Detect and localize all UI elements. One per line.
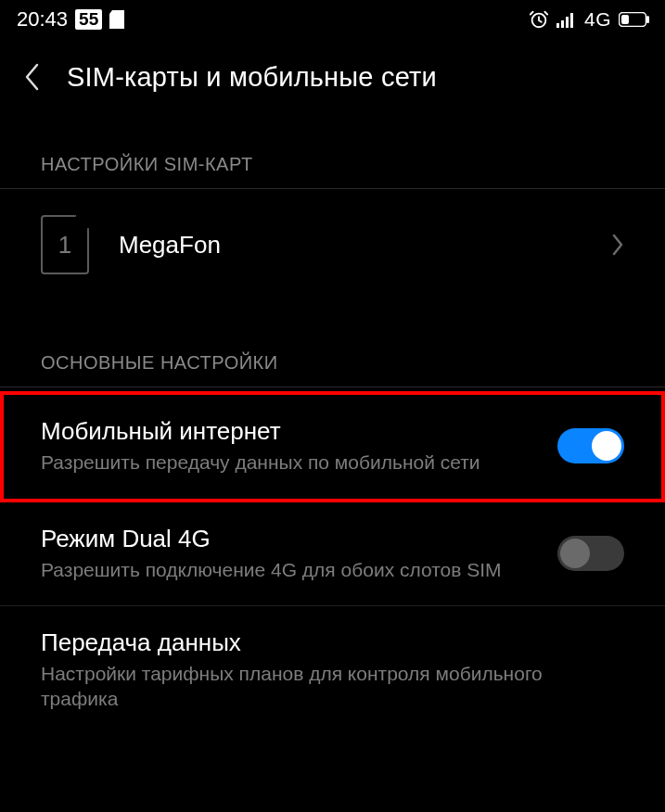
page-title: SIM-карты и мобильные сети bbox=[67, 62, 437, 93]
toggle-knob bbox=[560, 539, 590, 568]
alarm-icon bbox=[529, 9, 549, 30]
setting-data-usage[interactable]: Передача данных Настройки тарифных плано… bbox=[0, 606, 665, 734]
sim-carrier-label: MegaFon bbox=[119, 231, 582, 260]
setting-text: Передача данных Настройки тарифных плано… bbox=[41, 628, 624, 712]
page-header: SIM-карты и мобильные сети bbox=[0, 35, 665, 113]
setting-text: Режим Dual 4G Разрешить подключение 4G д… bbox=[41, 525, 535, 582]
setting-dual-4g[interactable]: Режим Dual 4G Разрешить подключение 4G д… bbox=[0, 502, 665, 605]
setting-subtitle: Настройки тарифных планов для контроля м… bbox=[41, 661, 624, 712]
svg-rect-1 bbox=[556, 23, 559, 28]
svg-rect-2 bbox=[561, 20, 564, 28]
back-button[interactable] bbox=[22, 61, 41, 93]
status-time: 20:43 bbox=[17, 7, 68, 32]
sim-slot-number: 1 bbox=[58, 231, 71, 260]
section-header-sim: НАСТРОЙКИ SIM-КАРТ bbox=[0, 113, 665, 189]
setting-title: Режим Dual 4G bbox=[41, 525, 535, 553]
toggle-knob bbox=[592, 431, 621, 461]
sd-card-icon bbox=[109, 10, 124, 29]
status-badge: 55 bbox=[75, 9, 102, 30]
setting-text: Мобильный интернет Разрешить передачу да… bbox=[41, 417, 535, 475]
status-right: 4G bbox=[529, 8, 650, 31]
svg-rect-7 bbox=[621, 15, 629, 24]
status-left: 20:43 55 bbox=[17, 7, 124, 32]
mobile-data-toggle[interactable] bbox=[557, 428, 624, 463]
svg-rect-4 bbox=[570, 13, 573, 28]
setting-subtitle: Разрешить подключение 4G для обоих слото… bbox=[41, 557, 535, 582]
setting-subtitle: Разрешить передачу данных по мобильной с… bbox=[41, 450, 535, 475]
network-label: 4G bbox=[584, 8, 611, 31]
sim-card-icon: 1 bbox=[41, 215, 89, 274]
setting-title: Передача данных bbox=[41, 628, 624, 657]
dual-4g-toggle[interactable] bbox=[557, 536, 624, 571]
svg-rect-3 bbox=[566, 17, 569, 28]
setting-title: Мобильный интернет bbox=[41, 417, 535, 446]
signal-icon bbox=[556, 11, 577, 28]
section-header-main: ОСНОВНЫЕ НАСТРОЙКИ bbox=[0, 300, 665, 387]
chevron-right-icon bbox=[611, 233, 624, 257]
sim-slot-row[interactable]: 1 MegaFon bbox=[0, 189, 665, 300]
status-bar: 20:43 55 4G bbox=[0, 0, 665, 35]
svg-rect-6 bbox=[646, 16, 649, 23]
battery-icon bbox=[619, 12, 650, 27]
setting-mobile-data[interactable]: Мобильный интернет Разрешить передачу да… bbox=[0, 391, 665, 502]
